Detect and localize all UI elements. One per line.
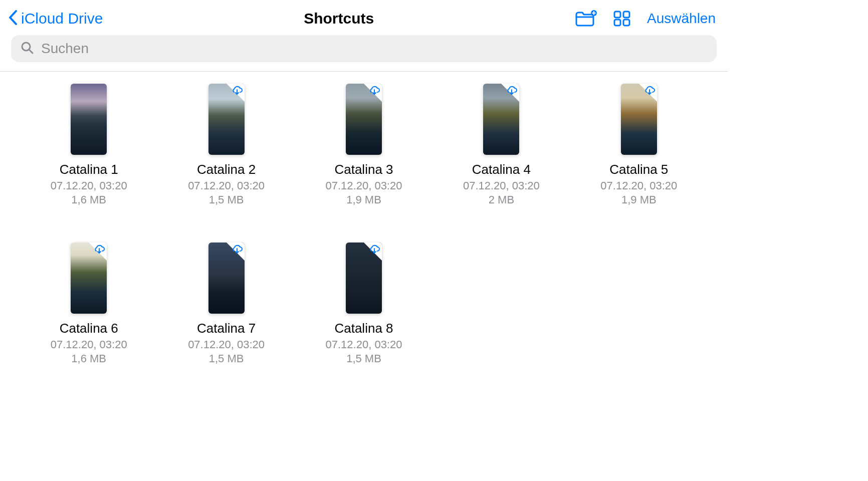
- file-size: 1,9 MB: [346, 193, 381, 206]
- svg-rect-6: [614, 20, 620, 26]
- file-name: Catalina 5: [609, 162, 668, 177]
- view-toggle-button[interactable]: [613, 10, 631, 27]
- file-item[interactable]: Catalina 507.12.20, 03:201,9 MB: [580, 84, 698, 206]
- file-name: Catalina 2: [197, 162, 256, 177]
- svg-rect-7: [623, 20, 629, 26]
- file-size: 1,6 MB: [71, 193, 106, 206]
- svg-rect-4: [614, 12, 620, 18]
- select-button[interactable]: Auswählen: [647, 11, 716, 27]
- file-item[interactable]: Catalina 807.12.20, 03:201,5 MB: [305, 243, 422, 365]
- file-thumbnail: [208, 243, 245, 314]
- file-item[interactable]: Catalina 607.12.20, 03:201,6 MB: [30, 243, 147, 365]
- svg-line-9: [29, 50, 33, 53]
- file-thumbnail: [71, 84, 107, 155]
- cloud-download-icon: [644, 86, 655, 97]
- file-thumbnail: [71, 243, 107, 314]
- page-title: Shortcuts: [103, 10, 575, 27]
- cloud-download-icon: [232, 245, 243, 256]
- search-icon: [20, 41, 34, 57]
- back-label: iCloud Drive: [21, 10, 103, 27]
- new-folder-button[interactable]: [575, 10, 597, 27]
- file-meta: 07.12.20, 03:20: [600, 179, 677, 192]
- file-item[interactable]: Catalina 407.12.20, 03:202 MB: [443, 84, 560, 206]
- file-thumbnail: [346, 84, 382, 155]
- search-input[interactable]: [40, 40, 708, 57]
- search-field[interactable]: [11, 35, 717, 62]
- search-wrap: [0, 35, 728, 71]
- file-meta: 07.12.20, 03:20: [51, 338, 127, 351]
- file-meta: 07.12.20, 03:20: [51, 179, 127, 192]
- file-size: 1,6 MB: [71, 352, 106, 365]
- cloud-download-icon: [506, 86, 517, 97]
- file-size: 2 MB: [489, 193, 514, 206]
- cloud-download-icon: [232, 86, 243, 97]
- file-size: 1,9 MB: [621, 193, 657, 206]
- file-name: Catalina 1: [60, 162, 118, 177]
- cloud-download-icon: [369, 245, 380, 256]
- file-name: Catalina 7: [197, 321, 256, 336]
- file-item[interactable]: Catalina 307.12.20, 03:201,9 MB: [305, 84, 422, 206]
- file-name: Catalina 3: [334, 162, 393, 177]
- file-thumbnail: [208, 84, 245, 155]
- back-button[interactable]: iCloud Drive: [8, 9, 103, 28]
- file-item[interactable]: Catalina 707.12.20, 03:201,5 MB: [167, 243, 285, 365]
- file-meta: 07.12.20, 03:20: [326, 179, 402, 192]
- file-item[interactable]: Catalina 107.12.20, 03:201,6 MB: [30, 84, 147, 206]
- file-size: 1,5 MB: [209, 193, 244, 206]
- file-name: Catalina 8: [334, 321, 393, 336]
- navigation-bar: iCloud Drive Shortcuts Auswählen: [0, 0, 728, 35]
- file-size: 1,5 MB: [209, 352, 244, 365]
- file-size: 1,5 MB: [346, 352, 381, 365]
- cloud-download-icon: [94, 245, 105, 256]
- file-meta: 07.12.20, 03:20: [188, 179, 265, 192]
- file-thumbnail: [346, 243, 382, 314]
- file-meta: 07.12.20, 03:20: [188, 338, 265, 351]
- file-thumbnail: [483, 84, 519, 155]
- file-item[interactable]: Catalina 207.12.20, 03:201,5 MB: [167, 84, 285, 206]
- svg-rect-5: [623, 12, 629, 18]
- file-grid: Catalina 107.12.20, 03:201,6 MBCatalina …: [0, 72, 728, 385]
- file-thumbnail: [621, 84, 657, 155]
- file-name: Catalina 6: [60, 321, 118, 336]
- file-meta: 07.12.20, 03:20: [326, 338, 402, 351]
- file-name: Catalina 4: [472, 162, 531, 177]
- nav-actions: Auswählen: [575, 10, 716, 27]
- cloud-download-icon: [369, 86, 380, 97]
- file-meta: 07.12.20, 03:20: [463, 179, 540, 192]
- chevron-left-icon: [8, 9, 18, 28]
